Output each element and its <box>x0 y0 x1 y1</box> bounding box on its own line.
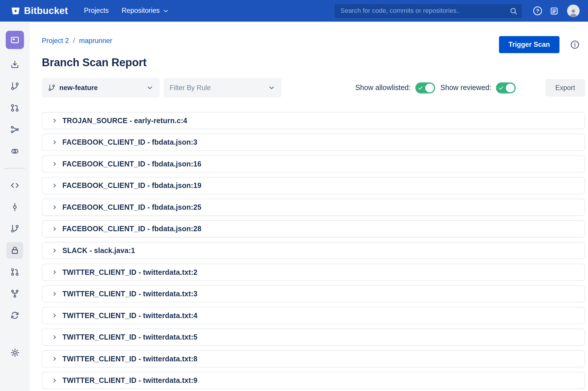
chevron-right-icon <box>52 183 58 189</box>
feed-icon[interactable] <box>550 6 559 15</box>
branches-icon <box>10 82 19 91</box>
sidebar-item-environments[interactable] <box>6 143 23 160</box>
chevron-right-icon <box>52 248 58 254</box>
source-icon <box>10 181 19 190</box>
search-icon[interactable] <box>509 7 518 15</box>
chevron-right-icon <box>52 334 58 340</box>
finding-label: TWITTER_CLIENT_ID - twitterdata.txt:2 <box>62 268 197 277</box>
finding-label: FACEBOOK_CLIENT_ID - fbdata.json:28 <box>62 225 201 233</box>
finding-row[interactable]: FACEBOOK_CLIENT_ID - fbdata.json:16 <box>42 155 585 173</box>
check-icon <box>499 85 504 90</box>
show-allowlisted-label: Show allowlisted: <box>355 84 411 92</box>
finding-row[interactable]: FACEBOOK_CLIENT_ID - fbdata.json:19 <box>42 177 585 194</box>
scale-root: Bitbucket Projects Repositories ? <box>0 0 588 391</box>
finding-label: TWITTER_CLIENT_ID - twitterdata.txt:9 <box>62 376 197 385</box>
info-icon[interactable] <box>570 40 580 49</box>
nav-projects-label: Projects <box>84 7 109 15</box>
finding-label: SLACK - slack.java:1 <box>62 246 135 255</box>
show-reviewed-toggle[interactable] <box>496 82 516 93</box>
chevron-right-icon <box>52 378 58 383</box>
branch-selector-dropdown[interactable]: new-feature <box>42 78 160 98</box>
help-icon[interactable]: ? <box>533 6 542 15</box>
breadcrumb-project-link[interactable]: Project 2 <box>42 37 69 45</box>
environments-icon <box>10 147 19 156</box>
toggle-group: Show allowlisted: Show reviewed: <box>355 82 516 93</box>
finding-label: TROJAN_SOURCE - early-return.c:4 <box>62 116 187 125</box>
finding-label: TWITTER_CLIENT_ID - twitterdata.txt:3 <box>62 290 197 298</box>
chevron-right-icon <box>52 269 58 275</box>
chevron-right-icon <box>52 291 58 297</box>
top-navbar: Bitbucket Projects Repositories ? <box>0 0 588 22</box>
pull-requests-icon <box>10 268 19 277</box>
finding-row[interactable]: TWITTER_CLIENT_ID - twitterdata.txt:3 <box>42 285 585 302</box>
finding-label: TWITTER_CLIENT_ID - twitterdata.txt:8 <box>62 355 197 363</box>
repo-avatar[interactable] <box>6 31 24 49</box>
header-actions: Trigger Scan <box>499 36 585 53</box>
finding-row[interactable]: SLACK - slack.java:1 <box>42 242 585 259</box>
main-content: Project 2 / maprunner Trigger Scan Branc… <box>30 22 588 391</box>
finding-row[interactable]: TWITTER_CLIENT_ID - twitterdata.txt:4 <box>42 307 585 324</box>
pipelines-icon <box>10 125 19 134</box>
show-reviewed-label: Show reviewed: <box>440 84 491 92</box>
sync-icon <box>10 311 19 320</box>
branch-selector-value: new-feature <box>59 84 98 92</box>
sidebar-item-pull-requests[interactable] <box>6 264 23 281</box>
breadcrumb: Project 2 / maprunner <box>42 37 112 45</box>
finding-row[interactable]: TROJAN_SOURCE - early-return.c:4 <box>42 112 585 129</box>
check-icon <box>418 85 423 90</box>
finding-label: FACEBOOK_CLIENT_ID - fbdata.json:3 <box>62 138 197 146</box>
nav-projects[interactable]: Projects <box>84 7 109 15</box>
finding-label: FACEBOOK_CLIENT_ID - fbdata.json:16 <box>62 160 201 168</box>
sidebar-item-commits[interactable] <box>6 199 23 216</box>
sidebar-item-settings[interactable] <box>6 344 23 361</box>
topline: Project 2 / maprunner Trigger Scan <box>42 36 585 53</box>
sidebar-item-pull-requests-shortcut[interactable] <box>6 100 23 116</box>
sidebar-item-branches[interactable] <box>6 220 23 237</box>
sidebar-item-sync[interactable] <box>6 307 23 324</box>
nav-repositories[interactable]: Repositories <box>122 7 169 15</box>
sidebar-item-clone[interactable] <box>6 56 23 73</box>
chevron-down-icon <box>146 84 154 92</box>
chevron-right-icon <box>52 356 58 362</box>
finding-label: TWITTER_CLIENT_ID - twitterdata.txt:4 <box>62 311 197 320</box>
security-lock-icon <box>10 246 19 255</box>
finding-row[interactable]: FACEBOOK_CLIENT_ID - fbdata.json:28 <box>42 220 585 238</box>
finding-row[interactable]: TWITTER_CLIENT_ID - twitterdata.txt:2 <box>42 264 585 281</box>
forks-icon <box>10 289 19 298</box>
pull-requests-icon <box>10 103 19 112</box>
breadcrumb-separator: / <box>73 37 75 45</box>
bitbucket-home-link[interactable]: Bitbucket <box>11 5 68 16</box>
sidebar-item-branches-shortcut[interactable] <box>6 78 23 95</box>
show-allowlisted-toggle[interactable] <box>415 82 435 93</box>
search-input[interactable] <box>334 3 523 18</box>
sidebar-item-forks[interactable] <box>6 285 23 302</box>
finding-row[interactable]: FACEBOOK_CLIENT_ID - fbdata.json:25 <box>42 199 585 216</box>
toggle-knob <box>425 83 434 92</box>
nav-repositories-label: Repositories <box>122 7 160 15</box>
finding-label: FACEBOOK_CLIENT_ID - fbdata.json:25 <box>62 203 201 211</box>
finding-row[interactable]: TWITTER_CLIENT_ID - twitterdata.txt:8 <box>42 350 585 367</box>
sidebar-divider <box>5 168 25 169</box>
app-body: Project 2 / maprunner Trigger Scan Branc… <box>0 22 588 391</box>
brand-name: Bitbucket <box>24 5 68 16</box>
rule-filter-dropdown[interactable]: Filter By Rule <box>163 78 281 98</box>
avatar[interactable] <box>567 5 580 17</box>
finding-row[interactable]: TWITTER_CLIENT_ID - twitterdata.txt:5 <box>42 329 585 346</box>
finding-label: FACEBOOK_CLIENT_ID - fbdata.json:19 <box>62 182 201 190</box>
rule-filter-placeholder: Filter By Rule <box>170 84 211 92</box>
finding-row[interactable]: TWITTER_CLIENT_ID - twitterdata.txt:9 <box>42 372 585 389</box>
sidebar-item-security[interactable] <box>6 242 23 259</box>
finding-row[interactable]: FACEBOOK_CLIENT_ID - fbdata.json:3 <box>42 134 585 151</box>
trigger-scan-button[interactable]: Trigger Scan <box>499 36 560 53</box>
sidebar-item-pipelines[interactable] <box>6 121 23 138</box>
breadcrumb-repo-link[interactable]: maprunner <box>79 37 112 45</box>
chevron-right-icon <box>52 205 58 210</box>
commits-icon <box>10 202 19 211</box>
chevron-right-icon <box>52 118 58 123</box>
export-button[interactable]: Export <box>545 79 585 96</box>
page-title: Branch Scan Report <box>42 56 585 69</box>
bitbucket-app: Bitbucket Projects Repositories ? <box>0 0 588 391</box>
branches-icon <box>10 224 19 233</box>
findings-list: TROJAN_SOURCE - early-return.c:4 FACEBOO… <box>42 112 585 389</box>
sidebar-item-source[interactable] <box>6 177 23 194</box>
